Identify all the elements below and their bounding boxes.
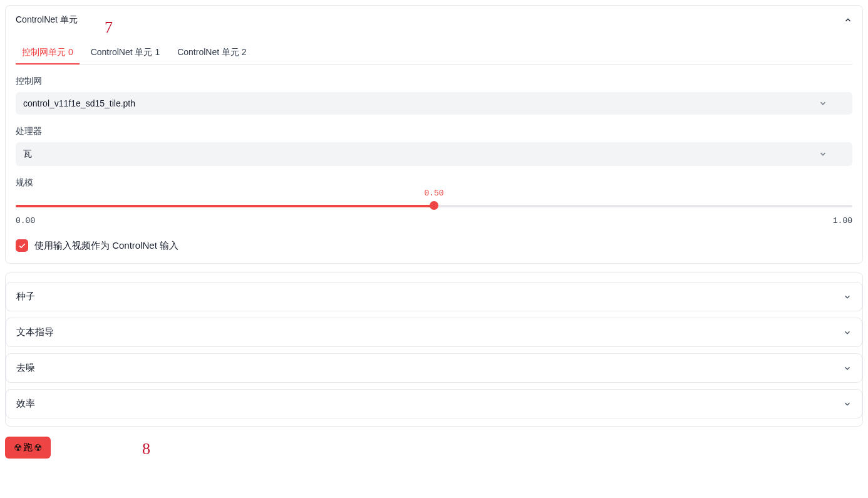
controlnet-panel-title: ControlNet 单元	[16, 14, 78, 26]
chevron-down-icon	[819, 150, 827, 158]
controlnet-panel-header[interactable]: ControlNet 单元	[16, 14, 852, 26]
model-field: 控制网 control_v11f1e_sd15_tile.pth	[16, 76, 852, 115]
run-button-label: 跑	[23, 442, 33, 454]
slider-value-label: 0.50	[424, 189, 443, 198]
chevron-down-icon	[843, 400, 852, 408]
use-input-video-label: 使用输入视频作为 ControlNet 输入	[34, 240, 178, 252]
scale-field: 规模 0.50 0.00 1.00	[16, 177, 852, 226]
slider-fill	[16, 205, 434, 207]
accordion-text-guidance[interactable]: 文本指导	[6, 318, 862, 347]
preprocessor-label: 处理器	[16, 126, 852, 137]
controlnet-tabs: 控制网单元 0 ControlNet 单元 1 ControlNet 单元 2	[16, 42, 852, 65]
accordion-seed[interactable]: 种子	[6, 282, 862, 311]
accordion-denoise-label: 去噪	[16, 362, 35, 374]
chevron-down-icon	[843, 293, 852, 301]
accordion-efficiency[interactable]: 效率	[6, 389, 862, 418]
use-input-video-checkbox[interactable]	[16, 239, 28, 252]
run-row: ☢ 跑 ☢ 8	[5, 435, 863, 460]
tab-controlnet-unit-0[interactable]: 控制网单元 0	[16, 42, 80, 65]
model-select[interactable]: control_v11f1e_sd15_tile.pth	[16, 92, 852, 115]
accordion-seed-label: 种子	[16, 291, 35, 303]
chevron-up-icon	[844, 16, 852, 24]
scale-label: 规模	[16, 177, 852, 189]
tab-controlnet-unit-2[interactable]: ControlNet 单元 2	[171, 42, 252, 65]
model-select-value: control_v11f1e_sd15_tile.pth	[23, 98, 135, 108]
accordion-text-guidance-label: 文本指导	[16, 326, 54, 338]
chevron-down-icon	[843, 364, 852, 373]
radioactive-icon: ☢	[34, 442, 42, 454]
controlnet-panel: 7 ControlNet 单元 控制网单元 0 ControlNet 单元 1 …	[5, 5, 863, 264]
slider-max: 1.00	[833, 216, 852, 226]
tab-controlnet-unit-1[interactable]: ControlNet 单元 1	[85, 42, 166, 65]
radioactive-icon: ☢	[14, 442, 22, 454]
use-input-video-row: 使用输入视频作为 ControlNet 输入	[16, 239, 852, 252]
accordion-denoise[interactable]: 去噪	[6, 353, 862, 383]
extra-settings-panel: 种子 文本指导 去噪 效率	[5, 272, 863, 427]
chevron-down-icon	[843, 328, 852, 337]
preprocessor-select-value: 瓦	[23, 148, 32, 160]
scale-slider[interactable]: 0.50	[16, 199, 852, 212]
slider-minmax: 0.00 1.00	[16, 216, 852, 226]
accordion-efficiency-label: 效率	[16, 398, 35, 410]
preprocessor-field: 处理器 瓦	[16, 126, 852, 166]
slider-thumb[interactable]	[430, 201, 438, 210]
run-button[interactable]: ☢ 跑 ☢	[5, 437, 51, 459]
annotation-8: 8	[142, 440, 150, 459]
chevron-down-icon	[819, 99, 827, 108]
preprocessor-select[interactable]: 瓦	[16, 142, 852, 166]
annotation-7: 7	[105, 18, 113, 37]
model-label: 控制网	[16, 76, 852, 87]
slider-min: 0.00	[16, 216, 35, 226]
